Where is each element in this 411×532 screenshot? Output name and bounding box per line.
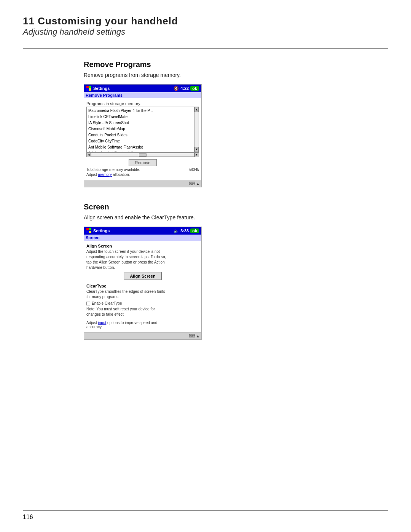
horizontal-scrollbar: ◄ ► [86,152,199,157]
screen-ok-button[interactable]: ok [190,228,199,233]
svg-rect-5 [89,228,91,230]
screen-divider [86,282,199,282]
list-item[interactable]: Macromedia Flash Player 4 for the P... [88,108,193,114]
titlebar-right: 🔇 4:22 ok [174,86,199,91]
chapter-subtitle: Adjusting handheld settings [23,27,388,37]
align-body3: tap the Align Screen button or press the… [86,260,165,264]
screen-chevron-up-icon: ▲ [196,334,200,338]
screen-section: Screen Align screen and enable the Clear… [23,203,388,340]
scroll-down-arrow[interactable]: ▼ [194,147,199,152]
cleartype-subsection: ClearType ClearType smoothes the edges o… [86,284,199,317]
list-item[interactable]: IA Style - IA ScreenShot [88,120,193,126]
remove-programs-title: Remove Programs [84,60,388,69]
remove-button[interactable]: Remove [129,159,157,166]
screen-footer: ⌨ ▲ [84,332,201,339]
list-item[interactable]: CodeCity CityTime [88,138,193,144]
screen-windows-flag-icon [86,228,92,233]
align-body2: responding accurately to screen taps. To… [86,255,166,259]
page-number: 116 [23,514,33,520]
screen-keyboard-icon: ⌨ [189,333,195,339]
screen-titlebar-left: Settings [86,228,110,233]
list-item[interactable]: Limelink CETravelMate [88,114,193,120]
cleartype-checkbox-label: Enable ClearType [92,301,122,305]
remove-programs-device-screen: Settings 🔇 4:22 ok Remove Programs Progr… [84,84,202,187]
screen-speaker-icon: 🔈 [174,228,179,233]
scroll-up-arrow[interactable]: ▲ [194,107,199,112]
titlebar-app-name: Settings [93,86,110,91]
align-screen-button-row: Align Screen [86,272,199,280]
memory-link[interactable]: memory [98,173,112,177]
adjust-text: Adjust [86,173,97,177]
cleartype-checkbox[interactable] [86,302,90,305]
remove-programs-content: Programs in storage memory: Macromedia F… [84,100,201,180]
h-scroll-right-arrow[interactable]: ► [194,153,199,157]
chapter-title: 11 Customising your handheld [23,15,388,27]
cleartype-note2: changes to take effect [86,312,124,316]
storage-row: Total storage memory available: 5804k [86,168,199,172]
screen-device-screen: Settings 🔈 3:33 ok Screen Align Screen A… [84,227,202,340]
screen-titlebar-app-name: Settings [93,228,110,233]
storage-value: 5804k [189,168,199,172]
ok-button[interactable]: ok [190,86,199,91]
remove-programs-titlebar: Settings 🔇 4:22 ok [84,85,201,92]
screen-titlebar: Settings 🔈 3:33 ok [84,227,201,235]
chevron-up-icon: ▲ [196,182,200,186]
page-footer: 116 [23,510,388,521]
programs-label: Programs in storage memory: [86,101,199,106]
remove-programs-section-bar: Remove Programs [84,92,201,98]
program-list-items: Macromedia Flash Player 4 for the P... L… [87,107,194,152]
h-scroll-track [91,153,194,157]
remove-button-row: Remove [86,159,199,166]
remove-programs-footer: ⌨ ▲ [84,180,201,187]
footer-divider [23,510,388,511]
cleartype-checkbox-row: Enable ClearType [86,301,199,305]
list-item[interactable]: Adobe Acrobat Reader 1.0 [88,150,193,152]
keyboard-icon: ⌨ [189,181,195,186]
remove-programs-description: Remove programs from storage memory. [84,72,388,78]
align-screen-subsection: Align Screen Adjust the touch screen if … [86,244,199,280]
cleartype-body: ClearType smoothes the edges of screen f… [86,289,199,300]
svg-rect-3 [89,88,91,91]
page-container: 11 Customising your handheld Adjusting h… [0,0,411,532]
align-screen-button[interactable]: Align Screen [124,272,161,280]
scroll-track [194,112,199,147]
screen-description: Align screen and enable the ClearType fe… [84,214,388,220]
cleartype-body1: ClearType smoothes the edges of screen f… [86,289,165,294]
svg-rect-7 [89,231,91,233]
page-header: 11 Customising your handheld Adjusting h… [23,15,388,37]
cleartype-title: ClearType [86,284,199,288]
cleartype-body2: for many programs. [86,295,119,299]
adjust-input-row: Adjust input options to improve speed an… [86,321,199,329]
titlebar-time: 4:22 [180,86,189,91]
program-list[interactable]: Macromedia Flash Player 4 for the P... L… [86,107,199,152]
storage-label: Total storage memory available: [86,168,140,172]
windows-flag-icon [86,86,92,91]
svg-rect-2 [86,88,89,91]
align-screen-subtitle: Align Screen [86,244,199,248]
adjust-suffix: allocation. [113,173,130,177]
screen-divider2 [86,319,199,319]
input-link[interactable]: input [98,321,107,325]
list-scrollbar: ▲ ▼ [194,107,199,152]
list-item[interactable]: Conduits Pocket Slides [88,132,193,138]
remove-programs-section: Remove Programs Remove programs from sto… [23,60,388,187]
cleartype-note: Note: You must soft reset your device fo… [86,307,199,317]
accuracy-text: accuracy. [86,325,102,329]
h-scroll-left-arrow[interactable]: ◄ [86,153,91,157]
list-item[interactable]: Ant Mobile Software FlashAssist [88,144,193,150]
screen-adjust-text: Adjust [86,321,97,325]
screen-section-bar: Screen [84,235,201,241]
align-body1: Adjust the touch screen if your device i… [86,249,160,254]
titlebar-left: Settings [86,86,110,91]
adjust-memory-row: Adjust memory allocation. [86,173,199,177]
speaker-icon: 🔇 [174,86,179,91]
h-scroll-thumb [139,153,147,157]
svg-rect-6 [86,231,89,233]
list-item[interactable]: Gismosoft MobileMap [88,126,193,132]
cleartype-note1: Note: You must soft reset your device fo… [86,307,155,311]
screen-content: Align Screen Adjust the touch screen if … [84,242,201,332]
svg-rect-1 [89,86,91,88]
svg-rect-4 [86,228,89,230]
screen-titlebar-time: 3:33 [180,228,189,233]
align-screen-body: Adjust the touch screen if your device i… [86,249,199,270]
